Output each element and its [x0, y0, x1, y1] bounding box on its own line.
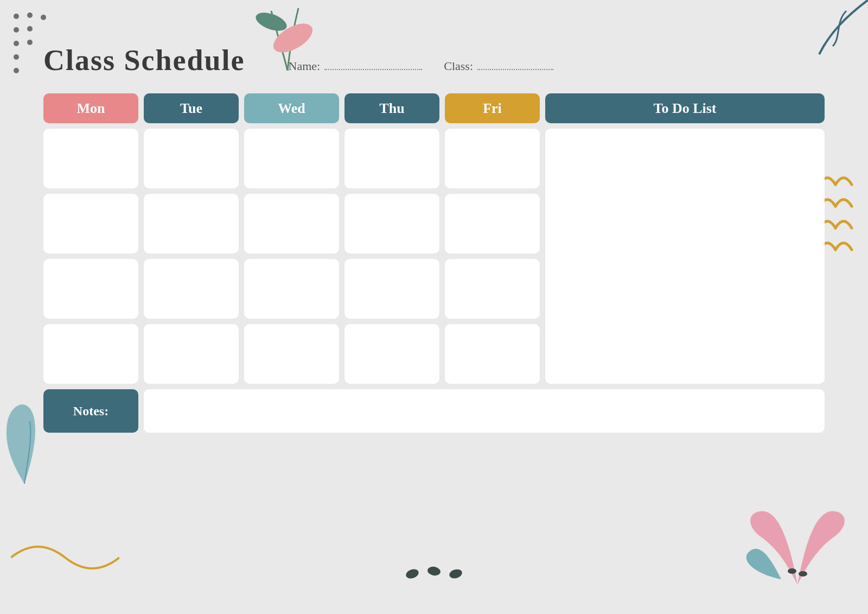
cell-fri-2[interactable]	[445, 194, 540, 254]
cell-fri-4[interactable]	[445, 324, 540, 384]
cell-thu-1[interactable]	[344, 129, 439, 188]
day-header-thu: Thu	[344, 93, 439, 123]
day-header-mon: Mon	[43, 93, 138, 123]
class-field-label: Class:	[444, 59, 553, 73]
cell-fri-1[interactable]	[445, 129, 540, 188]
svg-point-2	[41, 15, 46, 20]
cell-tue-4[interactable]	[144, 324, 239, 384]
schedule-grid: Mon Tue Wed Thu Fri To Do List	[43, 93, 825, 433]
cell-wed-3[interactable]	[244, 259, 339, 319]
day-header-todo: To Do List	[545, 93, 825, 123]
class-dots	[477, 69, 553, 70]
cell-mon-3[interactable]	[43, 259, 138, 319]
page-title: Class Schedule	[43, 43, 245, 77]
header-fields: Name: Class:	[289, 59, 553, 73]
todo-list-cell[interactable]	[545, 129, 825, 384]
left-leaf	[0, 397, 43, 478]
name-field-label: Name:	[289, 59, 423, 73]
cell-thu-2[interactable]	[344, 194, 439, 254]
cell-thu-4[interactable]	[344, 324, 439, 384]
notes-cell[interactable]	[144, 389, 825, 433]
svg-point-0	[14, 14, 19, 19]
day-header-wed: Wed	[244, 93, 339, 123]
main-content: Class Schedule Name: Class: Mon Tue	[43, 43, 825, 581]
svg-point-7	[14, 54, 19, 60]
header-row: Class Schedule Name: Class:	[43, 43, 825, 77]
notes-label: Notes:	[43, 389, 138, 433]
cell-mon-2[interactable]	[43, 194, 138, 254]
svg-point-5	[14, 41, 19, 46]
cell-tue-1[interactable]	[144, 129, 239, 188]
cell-mon-1[interactable]	[43, 129, 138, 188]
cell-wed-4[interactable]	[244, 324, 339, 384]
cell-tue-3[interactable]	[144, 259, 239, 319]
svg-point-8	[14, 68, 19, 73]
cell-tue-2[interactable]	[144, 194, 239, 254]
day-header-fri: Fri	[445, 93, 540, 123]
svg-point-4	[27, 26, 33, 31]
cell-mon-4[interactable]	[43, 324, 138, 384]
day-header-tue: Tue	[144, 93, 239, 123]
cell-wed-1[interactable]	[244, 129, 339, 188]
cell-thu-3[interactable]	[344, 259, 439, 319]
page: Class Schedule Name: Class: Mon Tue	[0, 0, 868, 614]
svg-point-1	[27, 12, 33, 18]
svg-point-6	[27, 40, 33, 45]
svg-point-3	[14, 27, 19, 33]
name-dots	[324, 69, 422, 70]
svg-point-10	[253, 9, 289, 35]
cell-fri-3[interactable]	[445, 259, 540, 319]
cell-wed-2[interactable]	[244, 194, 339, 254]
